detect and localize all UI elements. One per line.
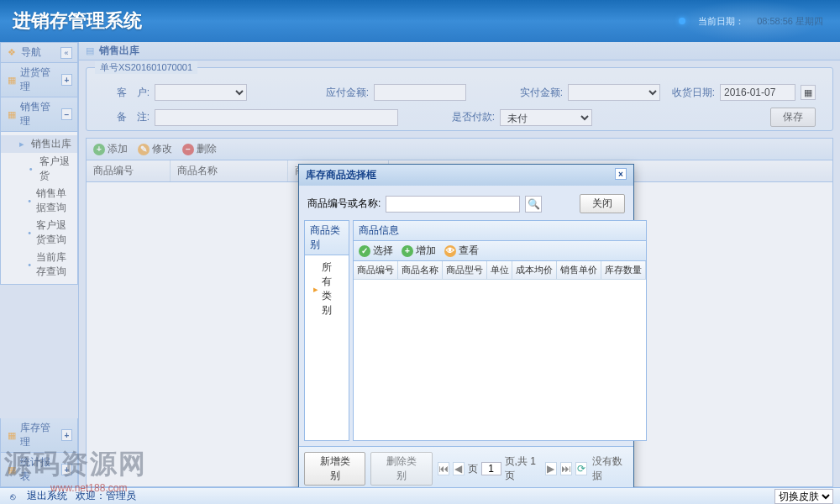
product-select-modal: 库存商品选择框 × 商品编号或名称: 🔍 关闭 商品类别 ▸ 所有类别: [298, 164, 634, 487]
new-category-button[interactable]: 新增类别: [304, 452, 365, 486]
col-header[interactable]: 库存数量: [601, 261, 646, 279]
col-header[interactable]: 商品名称: [398, 261, 443, 279]
delete-category-button[interactable]: 删除类别: [370, 452, 432, 486]
add-product-button[interactable]: +增加: [402, 244, 436, 258]
app-title: 进销存管理系统: [13, 8, 142, 34]
product-grid-header: 商品编号 商品名称 商品型号 单位 成本均价 销售单价 库存数量: [354, 261, 646, 280]
prev-page-icon[interactable]: ◀: [453, 462, 465, 475]
header-right: 当前日期： 08:58:56 星期四: [679, 0, 823, 42]
modal-footer: 新增类别 删除类别 ⏮ ◀ 页 页,共 1 页 ▶ ⏭ ⟳ 没有数据: [299, 446, 633, 487]
add-icon: +: [402, 245, 413, 257]
product-grid-body: [354, 280, 646, 440]
no-data-text: 没有数据: [592, 454, 628, 483]
view-button[interactable]: 👁查看: [444, 244, 479, 258]
first-page-icon[interactable]: ⏮: [438, 462, 449, 475]
modal-titlebar[interactable]: 库存商品选择框 ×: [299, 165, 633, 186]
category-panel: 商品类别 ▸ 所有类别: [304, 220, 349, 441]
folder-icon: ▸: [313, 283, 318, 295]
close-button[interactable]: 关闭: [580, 194, 625, 213]
view-icon: 👁: [444, 245, 456, 257]
app-header: 进销存管理系统 当前日期： 08:58:56 星期四: [0, 0, 840, 42]
check-icon: ✓: [359, 245, 370, 257]
current-time: 08:58:56 星期四: [757, 15, 823, 28]
category-title: 商品类别: [305, 221, 349, 255]
col-header[interactable]: 销售单价: [557, 261, 601, 279]
col-header[interactable]: 成本均价: [512, 261, 557, 279]
close-icon[interactable]: ×: [615, 168, 627, 180]
current-date-label: 当前日期：: [698, 15, 744, 28]
pagination: ⏮ ◀ 页 页,共 1 页 ▶ ⏭ ⟳: [438, 454, 587, 483]
select-button[interactable]: ✓选择: [359, 244, 393, 258]
col-header[interactable]: 单位: [487, 261, 512, 279]
page-input[interactable]: [481, 462, 501, 475]
col-header[interactable]: 商品编号: [354, 261, 398, 279]
category-root[interactable]: ▸ 所有类别: [310, 259, 344, 319]
product-search-input[interactable]: [386, 196, 520, 213]
info-title: 商品信息: [354, 221, 646, 241]
search-icon[interactable]: 🔍: [525, 196, 542, 213]
page-total: 页,共 1 页: [505, 454, 542, 483]
last-page-icon[interactable]: ⏭: [560, 462, 572, 475]
next-page-icon[interactable]: ▶: [545, 462, 557, 475]
col-header[interactable]: 商品型号: [443, 261, 487, 279]
product-info-panel: 商品信息 ✓选择 +增加 👁查看 商品编号 商品名称 商品型号 单位 成本均价 …: [353, 220, 647, 441]
modal-title-text: 库存商品选择框: [306, 168, 376, 182]
status-dot-icon: [679, 18, 685, 24]
refresh-icon[interactable]: ⟳: [575, 462, 587, 475]
search-label: 商品编号或名称:: [307, 197, 381, 211]
